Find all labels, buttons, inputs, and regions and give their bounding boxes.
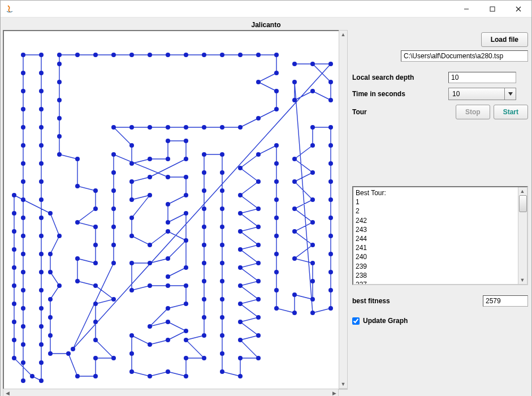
- file-path-input[interactable]: [401, 50, 528, 62]
- svg-point-63: [75, 374, 80, 378]
- svg-point-161: [202, 188, 206, 193]
- titlebar: [1, 1, 531, 18]
- svg-point-214: [310, 261, 315, 265]
- minimize-button[interactable]: [453, 1, 479, 18]
- svg-point-142: [166, 338, 170, 342]
- svg-point-197: [256, 179, 261, 184]
- svg-point-182: [238, 320, 243, 324]
- svg-point-233: [328, 252, 333, 256]
- svg-point-59: [48, 315, 53, 320]
- output-textarea[interactable]: Best Tour: 1 2 242 243 244 241 240 239 2…: [352, 186, 528, 285]
- svg-point-186: [238, 283, 243, 288]
- svg-point-18: [21, 125, 25, 130]
- svg-point-92: [129, 53, 134, 57]
- svg-point-90: [93, 53, 98, 57]
- svg-point-99: [256, 53, 261, 57]
- svg-point-87: [57, 62, 62, 66]
- graph-canvas[interactable]: [3, 30, 348, 390]
- svg-point-219: [292, 206, 297, 211]
- scroll-up-icon[interactable]: ▲: [518, 187, 526, 195]
- svg-point-223: [292, 157, 297, 161]
- svg-point-98: [238, 53, 243, 57]
- svg-point-95: [184, 53, 188, 57]
- svg-point-10: [21, 270, 25, 274]
- svg-point-204: [274, 216, 279, 220]
- svg-point-134: [148, 283, 152, 288]
- svg-point-53: [48, 211, 53, 216]
- svg-point-133: [129, 288, 134, 292]
- graph-panel: ▲ ▼ ◀ ▶: [3, 30, 348, 396]
- svg-point-145: [129, 351, 134, 356]
- svg-point-213: [310, 279, 315, 283]
- svg-point-236: [328, 306, 333, 311]
- svg-point-189: [256, 261, 261, 265]
- svg-point-128: [166, 229, 170, 234]
- svg-point-21: [21, 71, 25, 75]
- svg-point-137: [184, 302, 188, 306]
- svg-point-25: [39, 89, 44, 93]
- svg-point-188: [238, 265, 243, 270]
- svg-point-66: [111, 356, 116, 360]
- app-title: Jalicanto: [3, 20, 529, 30]
- svg-point-191: [256, 243, 261, 247]
- graph-vertical-scrollbar[interactable]: ▲ ▼: [339, 30, 348, 389]
- local-search-input[interactable]: [448, 72, 516, 83]
- svg-point-259: [184, 211, 188, 216]
- svg-point-226: [328, 125, 333, 130]
- scroll-down-icon[interactable]: ▼: [339, 380, 347, 388]
- load-file-button[interactable]: Load file: [481, 32, 528, 47]
- svg-point-163: [202, 152, 206, 157]
- stop-button[interactable]: Stop: [456, 105, 490, 119]
- update-graph-checkbox[interactable]: [352, 317, 360, 325]
- svg-point-178: [238, 356, 243, 360]
- svg-point-32: [39, 216, 44, 220]
- svg-point-205: [274, 234, 279, 238]
- graph-horizontal-scrollbar[interactable]: ◀ ▶: [3, 389, 339, 396]
- svg-point-45: [12, 320, 16, 324]
- svg-point-118: [166, 139, 170, 143]
- svg-point-155: [202, 297, 206, 302]
- time-select[interactable]: 10: [448, 88, 516, 100]
- svg-point-93: [148, 53, 152, 57]
- output-scrollbar[interactable]: ▲ ▼: [518, 187, 527, 284]
- tour-label: Tour: [352, 108, 448, 116]
- svg-point-68: [93, 320, 98, 324]
- close-button[interactable]: [505, 1, 531, 18]
- maximize-button[interactable]: [479, 1, 505, 18]
- svg-point-67: [93, 338, 98, 342]
- svg-point-57: [57, 283, 62, 288]
- svg-point-256: [184, 193, 188, 197]
- svg-point-7: [21, 324, 25, 329]
- svg-point-20: [21, 89, 25, 93]
- svg-point-37: [39, 306, 44, 311]
- scroll-down-icon[interactable]: ▼: [518, 276, 526, 284]
- svg-point-116: [148, 157, 152, 161]
- side-panel: Load file Local search depth Time in sec…: [350, 30, 529, 396]
- svg-point-39: [39, 342, 44, 347]
- svg-point-179: [256, 356, 261, 360]
- chevron-down-icon[interactable]: [505, 88, 516, 100]
- svg-point-208: [274, 288, 279, 292]
- svg-point-11: [21, 252, 25, 256]
- svg-point-160: [202, 206, 206, 211]
- scroll-left-icon[interactable]: ◀: [3, 389, 11, 396]
- svg-point-107: [220, 125, 224, 130]
- best-fitness-value[interactable]: [483, 295, 528, 307]
- start-button[interactable]: Start: [494, 105, 528, 119]
- svg-point-209: [274, 306, 279, 311]
- svg-point-70: [111, 297, 116, 302]
- svg-point-183: [256, 315, 261, 320]
- svg-point-227: [328, 143, 333, 148]
- scrollbar-thumb[interactable]: [519, 195, 527, 212]
- svg-point-41: [39, 378, 44, 383]
- svg-point-175: [220, 351, 224, 356]
- svg-point-230: [328, 197, 333, 202]
- svg-point-180: [238, 338, 243, 342]
- svg-point-61: [48, 351, 53, 356]
- scroll-up-icon[interactable]: ▲: [339, 31, 347, 38]
- svg-point-78: [93, 206, 98, 211]
- svg-point-83: [57, 134, 62, 139]
- scroll-right-icon[interactable]: ▶: [330, 389, 338, 396]
- svg-point-34: [39, 252, 44, 256]
- svg-point-250: [111, 206, 116, 211]
